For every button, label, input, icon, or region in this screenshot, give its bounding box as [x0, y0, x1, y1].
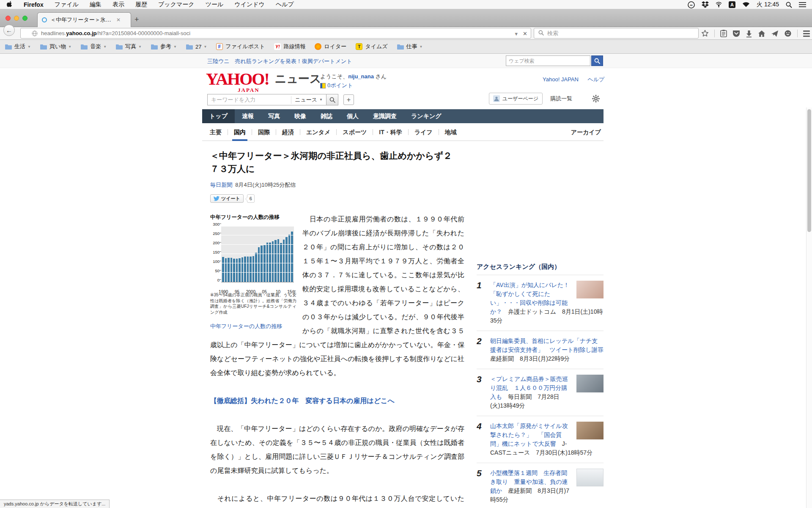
news-search-button[interactable] — [326, 94, 338, 105]
promo-link[interactable]: 三陸ウニ 売れ筋ランキングを発表！復興デパートメント — [207, 58, 352, 65]
nav-top[interactable]: トップ — [202, 109, 235, 123]
back-button[interactable]: ← — [3, 25, 15, 36]
subnav-domestic[interactable]: 国内 — [228, 123, 252, 141]
search-category-select[interactable]: ニュース▼ — [291, 96, 323, 104]
subnav-region[interactable]: 地域 — [439, 123, 463, 141]
yahoo-japan-link[interactable]: Yahoo! JAPAN — [543, 76, 579, 83]
menu-help[interactable]: ヘルプ — [276, 1, 294, 8]
article-figure[interactable]: 中年フリーターの人数の推移 （万人） 050100150200250300 19… — [210, 214, 296, 333]
bookmark-folder-life[interactable]: 生活▼ — [5, 43, 31, 50]
user-page-button[interactable]: ユーザーページ — [489, 93, 543, 105]
bookmark-star-icon[interactable] — [701, 30, 709, 37]
bookmark-reuters[interactable]: ロイター — [315, 43, 346, 50]
input-source-icon[interactable]: A — [729, 1, 735, 8]
url-bar[interactable]: headlines.yahoo.co.jp/hl?a=20150804-0000… — [20, 28, 531, 39]
subnav-life[interactable]: ライフ — [409, 123, 439, 141]
subnav-economy[interactable]: 経済 — [276, 123, 300, 141]
ranking-item-3[interactable]: 3 ＜プレミアム商品券＞販売巡り混乱 １人６００万円分購入も 毎日新聞 7月28… — [477, 369, 604, 416]
archive-link[interactable]: アーカイブ — [571, 123, 601, 141]
related-link[interactable]: 【徹底総括】失われた２０年 変容する日本の雇用はどこへ — [210, 397, 395, 404]
spotlight-icon[interactable] — [786, 2, 792, 8]
clipboard-icon[interactable] — [720, 30, 727, 37]
keyword-search-box[interactable]: ニュース▼ — [207, 94, 326, 105]
ranking-item-1[interactable]: 1 「AV出演」が知人にバレた！「恥ずかしくて死にたい」・・・回収や削除は可能か… — [477, 275, 604, 331]
bookmark-folder-reference[interactable]: 参考▼ — [151, 43, 177, 50]
add-search-button[interactable]: + — [343, 94, 354, 105]
menu-firefox[interactable]: Firefox — [24, 1, 44, 8]
tweet-button[interactable]: ツイート — [210, 194, 244, 203]
settings-gear-icon[interactable] — [592, 94, 600, 103]
search-input[interactable] — [547, 30, 687, 36]
ranking-thumbnail[interactable] — [576, 422, 604, 439]
nav-photo[interactable]: 写真 — [261, 109, 287, 123]
dropbox-icon[interactable] — [702, 1, 709, 8]
share-plane-icon[interactable] — [771, 30, 779, 37]
zoom-window-button[interactable] — [22, 16, 27, 21]
scrollbar[interactable] — [806, 108, 812, 508]
menu-edit[interactable]: 編集 — [90, 1, 102, 8]
nav-poll[interactable]: 意識調査 — [366, 109, 404, 123]
ranking-thumbnail[interactable] — [576, 375, 604, 392]
ranking-item-2[interactable]: 2 朝日編集委員、首相にレッテル「ナチ支援者は安倍支持者」 ツイート削除し謝罪 … — [477, 331, 604, 369]
nav-personal[interactable]: 個人 — [340, 109, 366, 123]
apple-icon[interactable] — [7, 0, 13, 8]
yahoo-news-logo[interactable]: YAHOO! JAPAN ニュース — [206, 71, 321, 88]
downloads-icon[interactable] — [746, 30, 752, 37]
hotspot-icon[interactable] — [716, 1, 722, 8]
ranking-link[interactable]: 朝日編集委員、首相にレッテル「ナチ支援者は安倍支持者」 ツイート削除し謝罪 — [490, 337, 604, 353]
bookmark-folder-music[interactable]: 音楽▼ — [81, 43, 107, 50]
username-link[interactable]: niju_nana — [348, 73, 374, 80]
nav-video[interactable]: 映像 — [287, 109, 313, 123]
bookmark-folder-photo[interactable]: 写真▼ — [116, 43, 142, 50]
menu-clock[interactable]: 火 12:45 — [757, 1, 779, 8]
ranking-item-5[interactable]: 5 小型機墜落１週間 生存者聞き取り 重量や加速、負の連鎖か 産経新聞 8月3日… — [477, 463, 604, 508]
stop-loading-icon[interactable]: ✕ — [523, 30, 527, 37]
ranking-thumbnail[interactable] — [576, 281, 604, 298]
url-dropdown-icon[interactable]: ▼ — [514, 31, 518, 36]
menu-window[interactable]: ウインドウ — [234, 1, 265, 8]
bookmark-folder-work[interactable]: 仕事▼ — [397, 43, 423, 50]
bookmark-transit[interactable]: Y! 路線情報 — [274, 43, 305, 50]
pocket-icon[interactable] — [732, 30, 740, 37]
new-tab-button[interactable]: + — [134, 15, 139, 24]
subnav-main[interactable]: 主要 — [204, 123, 228, 141]
web-search-input[interactable] — [506, 55, 590, 66]
help-link[interactable]: ヘルプ — [587, 76, 604, 83]
minimize-window-button[interactable] — [14, 16, 19, 21]
search-bar[interactable] — [534, 28, 699, 39]
nav-flash[interactable]: 速報 — [235, 109, 261, 123]
subnav-world[interactable]: 国際 — [252, 123, 276, 141]
subnav-entertainment[interactable]: エンタメ — [300, 123, 336, 141]
menu-history[interactable]: 履歴 — [135, 1, 147, 8]
subnav-sports[interactable]: スポーツ — [337, 123, 373, 141]
keyword-input[interactable] — [211, 97, 291, 103]
menu-tools[interactable]: ツール — [206, 1, 224, 8]
bookmark-times[interactable]: T タイムズ — [356, 43, 387, 50]
tweet-count[interactable]: 6 — [247, 194, 255, 203]
menu-view[interactable]: 表示 — [112, 1, 124, 8]
bookmark-folder-27[interactable]: 27▼ — [186, 44, 207, 50]
source-link[interactable]: 毎日新聞 — [210, 182, 232, 188]
notification-center-icon[interactable] — [799, 2, 806, 8]
subscriptions-link[interactable]: 購読一覧 — [550, 95, 572, 102]
ranking-thumbnail[interactable] — [576, 469, 604, 486]
points-link[interactable]: 0ポイント — [327, 82, 353, 89]
wifi-icon[interactable] — [742, 2, 750, 8]
close-window-button[interactable] — [5, 16, 11, 21]
nav-magazine[interactable]: 雑誌 — [313, 109, 340, 123]
menu-file[interactable]: ファイル — [55, 1, 79, 8]
smiley-icon[interactable] — [784, 30, 792, 37]
menu-bookmarks[interactable]: ブックマーク — [158, 1, 195, 8]
active-tab[interactable]: ＜中年フリーター＞氷河期... ✕ — [37, 12, 131, 27]
menu-hamburger-icon[interactable] — [803, 30, 810, 37]
web-search-button[interactable] — [591, 55, 603, 66]
ranking-item-4[interactable]: 4 山本太郎「原発がミサイル攻撃されたら？」 「国会質問」機にネットで大反響 J… — [477, 416, 604, 463]
home-icon[interactable] — [758, 30, 765, 37]
subnav-it-science[interactable]: IT・科学 — [373, 123, 408, 141]
bookmark-folder-shopping[interactable]: 買い物▼ — [40, 43, 71, 50]
tab-close-icon[interactable]: ✕ — [116, 17, 121, 23]
bookmark-filepost[interactable]: F ファイルポスト — [216, 43, 265, 50]
creative-cloud-icon[interactable]: ∞ — [688, 1, 695, 8]
nav-ranking[interactable]: ランキング — [404, 109, 449, 123]
scrollbar-thumb[interactable] — [807, 109, 811, 232]
